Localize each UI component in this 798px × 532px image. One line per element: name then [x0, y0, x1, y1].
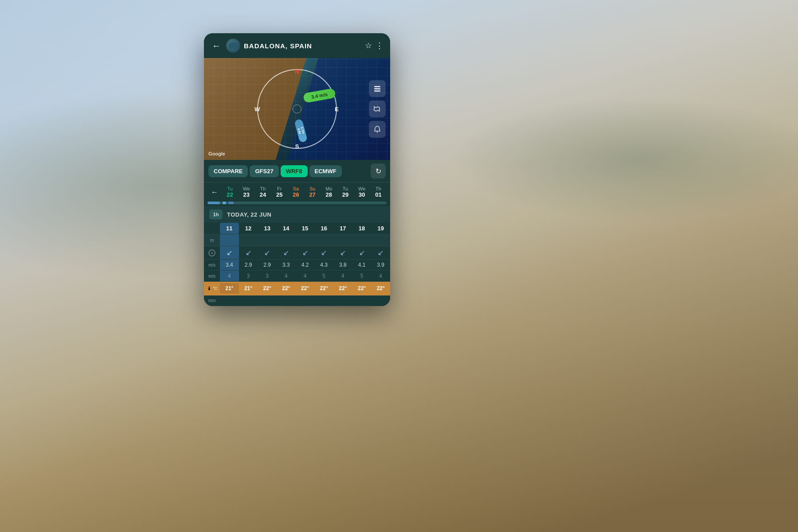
ws-cell-1: 2.9 [239, 260, 258, 270]
hour-cell-19[interactable]: 19 [371, 223, 390, 234]
time-interval-button[interactable]: 1h [209, 210, 223, 219]
app-card: ← BADALONA, SPAIN ☆ ⋮ N S E W 0.7m4.4s 3… [204, 33, 390, 306]
wave-row: m [204, 234, 390, 246]
temp-cell-0: 21° [220, 283, 239, 294]
date-item-1[interactable]: We 23 [238, 185, 254, 199]
gust-cell-4: 4 [296, 271, 315, 281]
date-item-7[interactable]: Tu 29 [337, 185, 353, 199]
wind-speed-label: 3.4 m/s [311, 92, 328, 100]
precip-cells [220, 295, 390, 306]
wave-cell-4 [296, 234, 315, 246]
wind-speed-row: m/s 3.4 2.9 2.9 3.3 4.2 4.3 3.8 4.1 3.9 [204, 260, 390, 271]
dir-cell-4: ↙ [296, 246, 315, 259]
gust-cell-7: 5 [352, 271, 372, 281]
tab-bar: COMPARE GFS27 WRF8 ECMWF ↻ [204, 160, 390, 183]
wave-cell-7 [352, 234, 372, 246]
hour-cell-14[interactable]: 14 [277, 223, 296, 234]
gust-cell-5: 5 [314, 271, 333, 281]
hour-cell-16[interactable]: 16 [314, 223, 333, 234]
ws-cell-5: 4.3 [314, 260, 333, 270]
compass-icon [208, 249, 216, 257]
date-item-6[interactable]: Mo 28 [321, 185, 337, 199]
hour-cell-15[interactable]: 15 [296, 223, 315, 234]
layers-button[interactable] [369, 80, 386, 97]
avatar [226, 39, 240, 53]
wave-cell-1 [239, 234, 258, 246]
wind-arrow: 3.4 m/s [303, 88, 336, 103]
hours-row: 11 12 13 14 15 16 17 18 19 [204, 223, 390, 234]
temp-cell-2: 22° [258, 283, 277, 294]
wave-cell-5 [314, 234, 333, 246]
progress-seg-0 [207, 202, 220, 204]
hour-cell-17[interactable]: 17 [333, 223, 352, 234]
gust-cell-2: 3 [258, 271, 277, 281]
ws-cell-2: 2.9 [258, 260, 277, 270]
tab-wrf8[interactable]: WRF8 [281, 165, 308, 177]
today-header: 1h TODAY, 22 JUN [204, 206, 390, 223]
wind-direction-icon-cell [204, 247, 220, 259]
wave-arrow: 0.7m4.4s [294, 119, 308, 143]
svg-point-4 [377, 132, 378, 133]
tab-gfs27[interactable]: GFS27 [250, 165, 278, 177]
date-back-button[interactable]: ← [207, 186, 222, 198]
hour-cell-12[interactable]: 12 [239, 223, 258, 234]
gust-cells: 4 3 3 4 4 5 4 5 4 [220, 271, 390, 281]
thermometer-icon: 🌡 [207, 285, 212, 291]
svg-rect-0 [374, 86, 380, 87]
dir-cell-8: ↙ [371, 246, 390, 259]
progress-segments [207, 202, 234, 204]
hour-cell-13[interactable]: 13 [258, 223, 277, 234]
ws-cell-6: 3.8 [333, 260, 352, 270]
gust-row: m/s 4 3 3 4 4 5 4 5 4 [204, 271, 390, 282]
temp-cell-8: 22° [371, 283, 390, 294]
ws-cell-3: 3.3 [277, 260, 296, 270]
date-item-4[interactable]: Sa 26 [288, 185, 304, 199]
wave-cell-0 [220, 234, 239, 246]
hour-cell-11[interactable]: 11 [220, 223, 239, 234]
gust-cell-8: 4 [371, 271, 390, 281]
progress-seg-1 [223, 202, 226, 204]
date-list: Tu 22 We 23 Th 24 Fr 25 Sa 26 Su 27 [222, 185, 387, 199]
compass-west: W [254, 106, 260, 113]
compass-ring: N S E W 0.7m4.4s 3.4 m/s [257, 69, 337, 149]
favorite-button[interactable]: ☆ [365, 41, 372, 50]
date-item-2[interactable]: Th 24 [254, 185, 271, 199]
wind-speed-label-cell: m/s [204, 260, 220, 270]
wind-speed-cells: 3.4 2.9 2.9 3.3 4.2 4.3 3.8 4.1 3.9 [220, 260, 390, 270]
gust-cell-3: 4 [277, 271, 296, 281]
more-options-button[interactable]: ⋮ [376, 41, 384, 50]
map-view[interactable]: N S E W 0.7m4.4s 3.4 m/s [204, 58, 390, 160]
hour-cell-18[interactable]: 18 [352, 223, 372, 234]
hours-row-label [204, 226, 220, 231]
direction-cells: ↙ ↙ ↙ ↙ ↙ ↙ ↙ ↙ ↙ [220, 246, 390, 259]
tab-ecmwf[interactable]: ECMWF [309, 165, 342, 177]
dir-cell-7: ↙ [352, 246, 372, 259]
date-item-0[interactable]: Tu 22 [222, 185, 238, 199]
dir-cell-2: ↙ [258, 246, 277, 259]
dir-cell-1: ↙ [239, 246, 258, 259]
wave-data: 0.7m4.4s [297, 126, 305, 135]
map-type-button[interactable] [369, 101, 386, 117]
progress-seg-2 [228, 202, 234, 204]
timeline-progress[interactable] [207, 202, 387, 204]
date-item-8[interactable]: We 30 [354, 185, 370, 199]
date-item-5[interactable]: Su 27 [304, 185, 321, 199]
svg-rect-1 [374, 88, 380, 89]
precip-row: mm [204, 295, 390, 306]
back-button[interactable]: ← [210, 39, 223, 53]
date-bar: ← Tu 22 We 23 Th 24 Fr 25 Sa 26 [204, 183, 390, 202]
ws-cell-8: 3.9 [371, 260, 390, 270]
tab-compare[interactable]: COMPARE [208, 165, 248, 177]
svg-rect-2 [374, 90, 380, 92]
background-overlay [0, 0, 798, 532]
wave-cells [220, 234, 390, 246]
page-title: BADALONA, SPAIN [244, 42, 361, 50]
temp-cell-5: 22° [314, 283, 333, 294]
header: ← BADALONA, SPAIN ☆ ⋮ [204, 33, 390, 58]
wave-cell-6 [333, 234, 352, 246]
date-item-3[interactable]: Fr 25 [271, 185, 288, 199]
alerts-button[interactable] [369, 121, 386, 138]
compass-south: S [295, 143, 299, 150]
refresh-button[interactable]: ↻ [371, 163, 386, 179]
date-item-9[interactable]: Th 01 [370, 185, 387, 199]
